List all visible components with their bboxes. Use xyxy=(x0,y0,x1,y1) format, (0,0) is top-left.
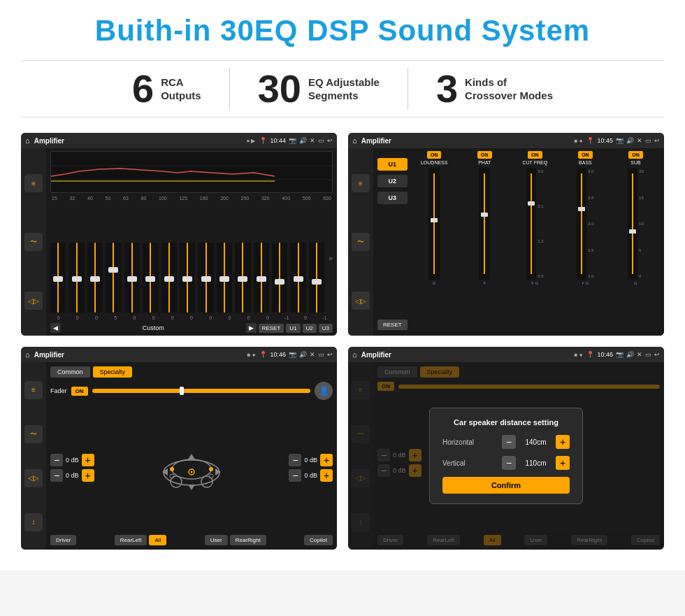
eq-val-6: 0 xyxy=(164,315,180,320)
eq-slider-8[interactable] xyxy=(198,243,213,313)
eq-sidebar-eq[interactable]: ≡ xyxy=(24,174,43,192)
left-db-2: 0 dB xyxy=(66,472,79,479)
sub-slider[interactable] xyxy=(628,168,637,280)
left-minus-1[interactable]: − xyxy=(50,454,63,466)
eq-slider-6[interactable] xyxy=(161,243,177,313)
eq-slider-7[interactable] xyxy=(180,243,195,313)
camera-icon-2: 📷 xyxy=(616,137,623,144)
eq-slider-9[interactable] xyxy=(217,243,232,313)
eq-u2-btn[interactable]: U2 xyxy=(303,324,317,333)
bass-freq-labels: 3.02.52.01.51.0 xyxy=(588,168,593,280)
crossover-sidebar-eq[interactable]: ≡ xyxy=(352,174,370,192)
confirm-button[interactable]: Confirm xyxy=(442,477,570,494)
all-btn[interactable]: All xyxy=(149,535,166,545)
phat-slider[interactable] xyxy=(479,168,490,280)
preset-u2-btn[interactable]: U2 xyxy=(377,175,408,187)
battery-icon-3: ▭ xyxy=(318,351,324,358)
eq-graph xyxy=(50,151,333,193)
crossover-reset-btn[interactable]: RESET xyxy=(377,320,408,330)
right-level-1: − 0 dB + xyxy=(289,454,333,466)
fader-sidebar-arrows[interactable]: ↕ xyxy=(24,513,43,531)
crossover-sidebar-wave[interactable]: 〜 xyxy=(352,233,370,251)
fader-sidebar-wave[interactable]: 〜 xyxy=(24,425,43,443)
eq-slider-1[interactable] xyxy=(68,243,84,313)
stat-rca: 6 RCAOutputs xyxy=(104,69,229,108)
eq-sidebar-speaker[interactable]: ◁▷ xyxy=(24,292,43,310)
tab-specialty[interactable]: Specialty xyxy=(93,366,133,378)
driver-btn[interactable]: Driver xyxy=(50,535,76,545)
right-plus-1[interactable]: + xyxy=(320,454,333,466)
right-minus-1[interactable]: − xyxy=(289,454,301,466)
phat-toggle[interactable]: ON xyxy=(477,151,492,159)
tab-common[interactable]: Common xyxy=(50,366,90,378)
fader-sidebar-eq[interactable]: ≡ xyxy=(24,381,43,399)
fader-user-icon[interactable]: 👤 xyxy=(315,382,333,400)
copilot-btn[interactable]: Copilot xyxy=(304,535,333,545)
left-plus-2[interactable]: + xyxy=(82,469,94,482)
bass-slider1[interactable] xyxy=(577,168,586,280)
loudness-slider[interactable] xyxy=(428,168,440,280)
eq-freq-125: 125 xyxy=(179,196,187,201)
horizontal-minus-btn[interactable]: − xyxy=(502,435,516,449)
crossover-sidebar-speaker[interactable]: ◁▷ xyxy=(352,292,370,310)
left-minus-2[interactable]: − xyxy=(50,469,63,482)
eq-slider-4[interactable] xyxy=(124,243,140,313)
eq-slider-12[interactable] xyxy=(272,243,287,313)
eq-slider-11[interactable] xyxy=(254,243,269,313)
sub-toggle[interactable]: ON xyxy=(628,151,643,159)
fader-thumb[interactable] xyxy=(180,387,184,395)
rear-right-btn[interactable]: RearRight xyxy=(230,535,266,545)
fader-sidebar-speaker[interactable]: ◁▷ xyxy=(24,469,43,487)
cutfreq-toggle[interactable]: ON xyxy=(528,151,542,159)
eq-slider-5[interactable] xyxy=(143,243,158,313)
eq-freq-50: 50 xyxy=(106,196,111,201)
preset-u1-btn[interactable]: U1 xyxy=(377,158,408,171)
eq-expand-icon[interactable]: » xyxy=(327,255,333,262)
back-icon-4[interactable]: ↩ xyxy=(654,351,660,358)
eq-freq-200: 200 xyxy=(220,196,229,201)
eq-slider-14[interactable] xyxy=(309,243,324,313)
loudness-toggle[interactable]: ON xyxy=(427,151,442,159)
eq-slider-10[interactable] xyxy=(235,243,250,313)
eq-prev-btn[interactable]: ◀ xyxy=(50,323,61,333)
eq-u1-btn[interactable]: U1 xyxy=(286,324,300,333)
eq-slider-2[interactable] xyxy=(87,243,103,313)
eq-reset-btn[interactable]: RESET xyxy=(259,324,284,333)
wifi-icon-2: ✕ xyxy=(637,137,642,144)
bass-toggle[interactable]: ON xyxy=(578,151,593,159)
fader-toggle-btn[interactable]: ON xyxy=(71,387,88,396)
location-icon: 📍 xyxy=(259,137,267,144)
fader-slider[interactable] xyxy=(92,389,310,393)
vertical-plus-btn[interactable]: + xyxy=(556,456,570,470)
camera-icon-3: 📷 xyxy=(289,351,296,358)
user-btn[interactable]: User xyxy=(205,535,228,545)
back-icon-3[interactable]: ↩ xyxy=(327,351,333,358)
home-icon-4[interactable]: ⌂ xyxy=(352,350,357,359)
eq-topbar: ⌂ Amplifier ● ▶ 📍 10:44 📷 🔊 ✕ ▭ ↩ xyxy=(21,133,337,148)
phat-sliders xyxy=(479,168,490,280)
right-minus-2[interactable]: − xyxy=(289,469,301,482)
home-icon-3[interactable]: ⌂ xyxy=(25,350,30,359)
eq-slider-13[interactable] xyxy=(290,243,305,313)
right-plus-2[interactable]: + xyxy=(320,469,333,482)
eq-graph-svg xyxy=(51,152,332,192)
eq-slider-0[interactable] xyxy=(50,243,66,313)
back-icon-2[interactable]: ↩ xyxy=(654,137,660,144)
stat-rca-number: 6 xyxy=(132,69,154,108)
eq-slider-3[interactable] xyxy=(106,243,121,313)
distance-time: 10:46 xyxy=(597,351,613,358)
eq-sidebar-wave[interactable]: 〜 xyxy=(24,233,43,251)
cutfreq-slider1[interactable] xyxy=(526,168,536,280)
eq-u3-btn[interactable]: U3 xyxy=(319,324,333,333)
eq-next-btn[interactable]: ▶ xyxy=(246,323,257,333)
left-plus-1[interactable]: + xyxy=(82,454,94,466)
home-icon[interactable]: ⌂ xyxy=(25,136,30,145)
home-icon-2[interactable]: ⌂ xyxy=(352,136,357,145)
preset-u3-btn[interactable]: U3 xyxy=(377,192,408,204)
horizontal-plus-btn[interactable]: + xyxy=(556,435,570,449)
dialog-horizontal-row: Horizontal − 140cm + xyxy=(442,435,570,449)
vertical-minus-btn[interactable]: − xyxy=(502,456,516,470)
back-icon[interactable]: ↩ xyxy=(327,137,333,144)
rear-left-btn[interactable]: RearLeft xyxy=(115,535,147,545)
eq-mode-label: Custom xyxy=(63,324,244,331)
